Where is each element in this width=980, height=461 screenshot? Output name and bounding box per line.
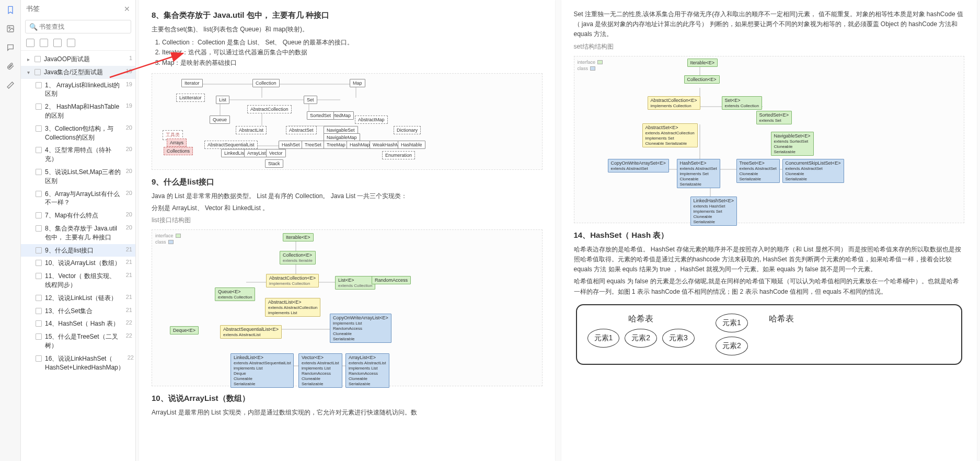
bookmark-item[interactable]: 3、Collection包结构，与Collections的区别20 — [21, 122, 135, 144]
bookmark-item[interactable]: 9、什么是list接口21 — [21, 244, 135, 257]
bookmark-page: 22 — [126, 332, 132, 339]
diagram-node: Set — [304, 96, 317, 104]
bookmark-item[interactable]: 1、 ArrayList和linkedList的区别19 — [21, 79, 135, 101]
chevron-icon: ▸ — [27, 56, 33, 62]
bookmark-item-icon — [36, 247, 42, 253]
bookmark-item[interactable]: 7、Map有什么特点20 — [21, 209, 135, 222]
diagram-node: AbstractSet — [286, 126, 317, 134]
bookmark-item[interactable]: 12、说说LinkList（链表）21 — [21, 292, 135, 305]
bookmark-icon[interactable] — [6, 5, 15, 15]
tool-add-icon[interactable] — [53, 39, 62, 47]
tool-bookmark-icon[interactable] — [67, 39, 75, 47]
set-hierarchy-diagram: interface class Iterable<E> Collection<E… — [574, 56, 965, 223]
list-item: Collection： Collection 是集合 List、 Set、 Qu… — [162, 38, 543, 48]
bookmark-item[interactable]: 4、泛型常用特点（待补充）20 — [21, 144, 135, 166]
page-right: Set 注重独一无二的性质,该体系集合用于存储无序(存入和取出的顺序不一定相同)… — [561, 0, 977, 461]
bookmark-page: 1 — [129, 55, 132, 61]
section-10-p1: ArrayList 是最常用的 List 实现类，内部是通过数组实现的，它允许对… — [152, 408, 543, 418]
bookmark-item[interactable]: 10、说说ArrayList（数组）21 — [21, 257, 135, 270]
chevron-icon: ▾ — [27, 70, 33, 75]
diagram-node: LinkedHashSet<E>extends HashSetimplement… — [690, 197, 737, 226]
bookmark-toolbar — [21, 36, 135, 51]
app-iconbar — [0, 0, 21, 461]
bookmark-label: 9、什么是list接口 — [45, 246, 123, 255]
bookmark-item-icon — [36, 308, 42, 314]
bookmark-section[interactable]: ▸JavaOOP面试题1 — [21, 53, 135, 66]
tool-expand-icon[interactable] — [26, 39, 34, 47]
bookmark-item[interactable]: 8、集合类存放于 Java.util 包中， 主要有几 种接口20 — [21, 222, 135, 244]
diagram-caption: list接口结构图 — [152, 215, 543, 225]
collection-hierarchy-diagram: Iterator Collection Map ListIterator Lis… — [152, 73, 543, 170]
diagram-node: Stack — [265, 159, 283, 168]
attachment-icon[interactable] — [6, 62, 15, 71]
bookmark-label: JavaOOP面试题 — [44, 55, 126, 64]
diagram-node: AbstractSequentialList<E>extends Abstrac… — [220, 325, 282, 339]
section-14-title: 14、HashSet（ Hash 表） — [574, 230, 965, 240]
edit-icon[interactable] — [6, 80, 15, 90]
close-icon[interactable]: ✕ — [124, 5, 130, 13]
bookmark-item[interactable]: 11、Vector（ 数组实现、 线程同步）21 — [21, 270, 135, 292]
diagram-node: ConcurrentSkipListSet<E>extends Abstract… — [782, 159, 844, 183]
diagram-node: TreeSet — [302, 141, 325, 149]
diagram-node: LinkedList<E>extends AbstractSequentialL… — [230, 353, 294, 388]
bookmark-item[interactable]: 6、Array与ArrayList有什么不一样？20 — [21, 188, 135, 210]
diagram-node: AbstractList<E>extends AbstractCollectio… — [265, 298, 320, 317]
bookmark-item[interactable]: 5、说说List,Set,Map三者的区别20 — [21, 166, 135, 188]
bookmark-item[interactable]: 16、说说LinkHashSet（ HashSet+LinkedHashMap）… — [21, 352, 135, 374]
comment-icon[interactable] — [6, 43, 15, 52]
section-14-p2: 哈希值相同 equals 为 false 的元素是怎么存储呢,就是在同样的哈希值… — [574, 276, 965, 296]
diagram-node: List<E>extends Collection — [335, 276, 375, 290]
bookmark-label: 15、什么是TreeSet（二叉树） — [45, 332, 123, 350]
bookmark-label: 2、 HashMap和HashTable的区别 — [45, 102, 123, 120]
bookmark-page: 19 — [126, 102, 132, 109]
set-intro: Set 注重独一无二的性质,该体系集合用于存储无序(存入和取出的顺序不一定相同)… — [574, 9, 965, 40]
diagram-node: Map — [350, 79, 365, 87]
bookmark-page: 21 — [126, 246, 132, 252]
diagram-legend: interface class — [155, 233, 181, 246]
bookmark-page: 20 — [126, 190, 132, 196]
diagram-node: CopyOnWriteArrayList<E>implements ListRa… — [330, 314, 391, 343]
bookmark-item-icon — [36, 147, 42, 153]
section-14-p1: 哈希表边存放的是哈希值。 HashSet 存储元素的顺序并不是按照存入时的顺序（… — [574, 245, 965, 275]
bookmark-label: 12、说说LinkList（链表） — [45, 294, 123, 303]
diagram-node: TreeMap — [324, 141, 349, 149]
diagram-node: Enumeration — [382, 151, 415, 159]
bookmark-item-icon — [34, 69, 41, 75]
bookmark-section[interactable]: ▾Java集合/泛型面试题19 — [21, 66, 135, 79]
diagram-node: AbstractMap — [355, 116, 388, 124]
diagram-node: HashSet — [279, 141, 303, 149]
list-item: Map：是映射表的基础接口 — [162, 58, 543, 68]
diagram-node: CopyOnWriteArraySet<E>extends AbstractSe… — [608, 159, 669, 172]
bookmark-search-input[interactable] — [25, 20, 131, 33]
section-8-intro: 主要包含set(集)、 list(列表包含 Queue）和 map(映射)。 — [152, 25, 543, 34]
bookmark-label: Java集合/泛型面试题 — [44, 68, 123, 77]
bookmark-item[interactable]: 15、什么是TreeSet（二叉树）22 — [21, 330, 135, 352]
bookmark-page: 21 — [126, 259, 132, 265]
hash-element: 元素1 — [716, 314, 748, 332]
diagram-node: AbstractSet<E>extends AbstractCollection… — [642, 123, 698, 147]
image-icon[interactable] — [6, 24, 15, 33]
section-9-title: 9、什么是list接口 — [152, 177, 543, 187]
diagram-node: Collections — [164, 147, 193, 155]
hash-element: 元素3 — [662, 329, 695, 348]
bookmark-label: 10、说说ArrayList（数组） — [45, 259, 123, 268]
bookmark-item[interactable]: 13、什么Set集合21 — [21, 305, 135, 318]
tool-collapse-icon[interactable] — [40, 39, 48, 47]
bookmark-item-icon — [36, 355, 42, 362]
bookmark-item-icon — [36, 320, 42, 327]
bookmark-page: 19 — [126, 68, 132, 74]
bookmark-label: 13、什么Set集合 — [45, 307, 123, 316]
bookmarks-panel: 书签 ✕ 🔍 ▸JavaOOP面试题1▾Java集合/泛型面试题191、 Arr… — [21, 0, 136, 461]
bookmark-item-icon — [36, 212, 42, 218]
search-icon: 🔍 — [29, 23, 38, 31]
diagram-node: SortedSet — [307, 111, 334, 120]
bookmark-page: 20 — [126, 211, 132, 217]
diagram-node: Iterable<E> — [687, 59, 718, 67]
diagram-node: Iterable<E> — [283, 233, 314, 241]
bookmark-item[interactable]: 2、 HashMap和HashTable的区别19 — [21, 100, 135, 122]
bookmark-item[interactable]: 14、HashSet（ Hash 表）22 — [21, 317, 135, 330]
hash-element: 元素2 — [625, 329, 657, 348]
bookmark-item-icon — [36, 169, 42, 175]
bookmark-item-icon — [34, 56, 41, 62]
bookmark-page: 19 — [126, 81, 132, 87]
